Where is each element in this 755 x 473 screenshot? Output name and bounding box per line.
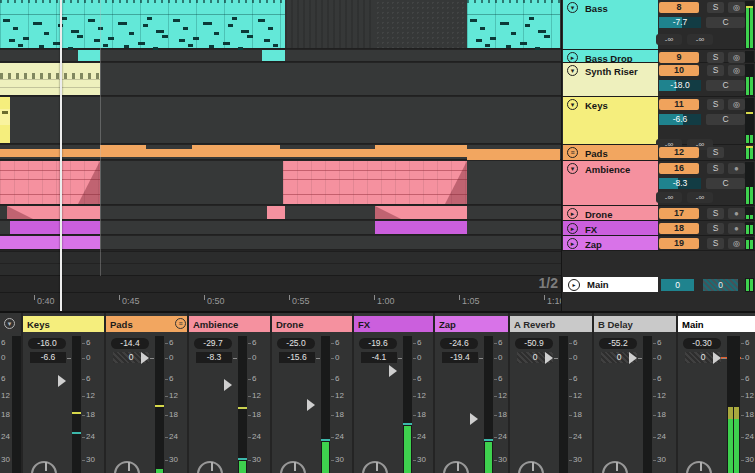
time-ruler[interactable]: 0:400:450:500:551:001:051:10: [0, 292, 561, 311]
track-volume-box[interactable]: -6.6: [659, 114, 701, 125]
clip-drone[interactable]: [7, 206, 100, 219]
deactivated-clip[interactable]: [285, 0, 375, 48]
clip-pads[interactable]: [192, 145, 280, 157]
fader-handle[interactable]: [389, 365, 397, 377]
solo-button[interactable]: S: [707, 223, 724, 234]
strip-title-bar[interactable]: Main: [678, 316, 755, 332]
send-b-box[interactable]: -∞: [687, 192, 713, 203]
solo-button[interactable]: S: [707, 52, 724, 63]
volume-value[interactable]: -8.3: [196, 352, 232, 363]
pan-knob[interactable]: [197, 461, 223, 473]
clip-pads[interactable]: [375, 145, 467, 157]
clip-bass-drop[interactable]: [78, 50, 100, 61]
strip-title-bar[interactable]: Zap: [435, 316, 510, 332]
fold-mixer-icon[interactable]: ▾: [4, 318, 15, 329]
pan-knob[interactable]: [114, 461, 140, 473]
track-color-block[interactable]: ≡Pads: [563, 145, 658, 160]
clip-bass[interactable]: [467, 0, 560, 48]
volume-value[interactable]: -6.6: [30, 352, 66, 363]
track-color-block[interactable]: ▸Zap: [563, 236, 658, 250]
solo-button[interactable]: S: [707, 238, 724, 249]
track-header-zap[interactable]: ▸Zap19S◎: [562, 236, 755, 251]
track-color-block[interactable]: ▸Bass Drop: [563, 50, 658, 62]
clip-ambience[interactable]: [0, 161, 100, 204]
track-header-keys[interactable]: ▾Keys11S◎-6.6C-∞-∞: [562, 97, 755, 145]
clip-drone[interactable]: [267, 206, 285, 219]
main-track-header[interactable]: ▸ Main: [563, 277, 658, 292]
clip-bass-drop[interactable]: [262, 50, 285, 61]
clip-zap[interactable]: [0, 236, 100, 249]
track-color-block[interactable]: ▾Synth Riser: [563, 63, 658, 96]
track-number-box[interactable]: 18: [659, 223, 699, 234]
volume-value[interactable]: -19.4: [442, 352, 478, 363]
cue-button[interactable]: ◎: [728, 52, 745, 63]
cue-button[interactable]: ◎: [728, 65, 745, 76]
cue-button[interactable]: ◎: [728, 2, 745, 13]
unfold-track-icon[interactable]: ▸: [567, 223, 578, 234]
track-number-box[interactable]: 19: [659, 238, 699, 249]
playhead[interactable]: [60, 0, 62, 311]
pan-knob[interactable]: [602, 461, 628, 473]
track-header-ambience[interactable]: ▾Ambience16S●-8.3C-∞-∞: [562, 161, 755, 206]
send-b-box[interactable]: -∞: [687, 34, 713, 45]
fold-track-icon[interactable]: ▾: [567, 65, 578, 76]
track-number-box[interactable]: 9: [659, 52, 699, 63]
mixer-strip-drone[interactable]: Drone-25.0-15.660612182430: [270, 313, 352, 473]
volume-value[interactable]: -4.1: [361, 352, 397, 363]
strip-title-bar[interactable]: B Delay: [594, 316, 678, 332]
fold-track-icon[interactable]: ▾: [567, 2, 578, 13]
fader-handle[interactable]: [713, 352, 721, 364]
pan-box[interactable]: C: [706, 178, 745, 189]
clip-fx[interactable]: [375, 221, 467, 234]
track-color-block[interactable]: ▸Drone: [563, 206, 658, 220]
fade-out-handle[interactable]: [445, 161, 467, 204]
fold-track-icon[interactable]: ▾: [567, 99, 578, 110]
track-color-block[interactable]: ▾Keys: [563, 97, 658, 144]
deactivated-clip[interactable]: [375, 0, 467, 48]
arm-button[interactable]: ●: [728, 163, 745, 174]
fader-handle[interactable]: [141, 352, 149, 364]
pan-box[interactable]: C: [706, 80, 745, 91]
strip-title-bar[interactable]: Drone: [272, 316, 354, 332]
strip-title-bar[interactable]: Ambience: [189, 316, 272, 332]
fader-handle[interactable]: [470, 413, 478, 425]
send-a-box[interactable]: -∞: [656, 192, 682, 203]
mixer-strip-b-delay[interactable]: B Delay-55.2060612182430: [592, 313, 676, 473]
solo-button[interactable]: S: [707, 208, 724, 219]
track-header-drone[interactable]: ▸Drone17S●: [562, 206, 755, 221]
fader-handle[interactable]: [307, 399, 315, 411]
unfold-track-icon[interactable]: ▸: [567, 238, 578, 249]
track-number-box[interactable]: 16: [659, 163, 699, 174]
pan-knob[interactable]: [686, 461, 712, 473]
track-volume-box[interactable]: -8.3: [659, 178, 701, 189]
unfold-track-icon[interactable]: ▸: [567, 208, 578, 219]
send-a-box[interactable]: -∞: [656, 34, 682, 45]
cue-button[interactable]: ◎: [728, 238, 745, 249]
mixer-strip-pads[interactable]: Pads≡-14.4060612182430: [104, 313, 187, 473]
track-color-block[interactable]: ▾Bass: [563, 0, 658, 49]
track-header-bass[interactable]: ▾Bass8S◎-7.7C-∞-∞: [562, 0, 755, 50]
strip-title-bar[interactable]: Keys: [23, 316, 106, 332]
clip-pads[interactable]: [100, 145, 146, 157]
fader-handle[interactable]: [629, 352, 637, 364]
fade-in-handle[interactable]: [375, 206, 401, 219]
main-crossfade-box[interactable]: 0: [703, 279, 738, 291]
strip-title-bar[interactable]: A Reverb: [510, 316, 594, 332]
clip-keys[interactable]: [0, 97, 10, 143]
solo-button[interactable]: S: [707, 99, 724, 110]
main-volume-box[interactable]: 0: [661, 279, 694, 291]
track-volume-box[interactable]: -7.7: [659, 17, 701, 28]
clip-bass[interactable]: [0, 0, 285, 48]
play-circle-icon[interactable]: ▸: [568, 279, 580, 291]
solo-button[interactable]: S: [707, 147, 724, 158]
fader-handle[interactable]: [58, 375, 66, 387]
unfold-track-icon[interactable]: ▸: [567, 52, 578, 63]
strip-title-bar[interactable]: Pads≡: [106, 316, 189, 332]
pan-knob[interactable]: [443, 461, 469, 473]
track-number-box[interactable]: 11: [659, 99, 699, 110]
mixer-strip-zap[interactable]: Zap-24.6-19.460612182430: [433, 313, 508, 473]
cue-button[interactable]: ◎: [728, 99, 745, 110]
track-color-block[interactable]: ▸FX: [563, 221, 658, 235]
volume-value[interactable]: -15.6: [279, 352, 315, 363]
track-number-box[interactable]: 12: [659, 147, 699, 158]
